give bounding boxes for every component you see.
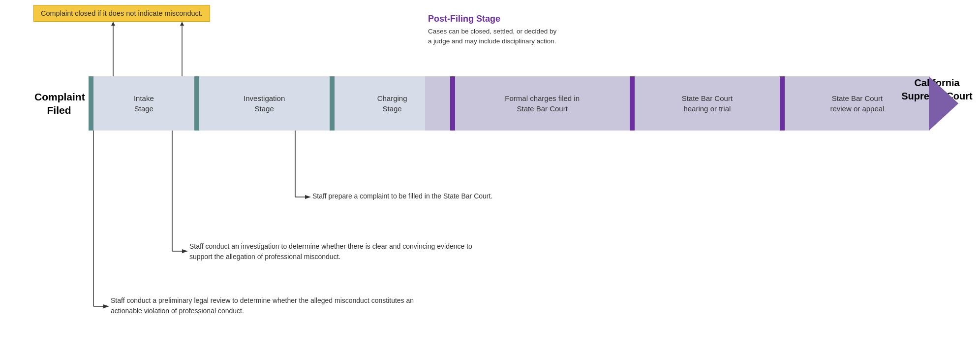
annotation-intake: Staff conduct a preliminary legal review…: [111, 295, 414, 316]
arrow-head: [929, 76, 958, 131]
divider-investigation: [194, 76, 199, 131]
divider-formal: [450, 76, 455, 131]
svg-marker-3: [180, 22, 184, 26]
divider-hearing: [630, 76, 635, 131]
diagram-wrapper: Complaint closed if it does not indicate…: [0, 0, 980, 361]
complaint-filed-label: ComplaintFiled: [34, 90, 84, 117]
stage-review: State Bar Courtreview or appeal: [785, 76, 930, 131]
stage-investigation: InvestigationStage: [199, 76, 330, 131]
divider-review: [780, 76, 785, 131]
stage-formal: Formal charges filed inState Bar Court: [455, 76, 630, 131]
pipeline-container: ComplaintFiled IntakeStage Investigation…: [34, 76, 930, 131]
annotation-investigation: Staff conduct an investigation to determ…: [189, 241, 472, 262]
svg-marker-12: [305, 195, 311, 199]
divider-intake: [89, 76, 93, 131]
divider-charging: [330, 76, 335, 131]
svg-marker-1: [111, 22, 115, 26]
arrow-bar-inner: IntakeStage InvestigationStage ChargingS…: [89, 76, 930, 131]
svg-marker-6: [103, 304, 109, 308]
arrow-bar: IntakeStage InvestigationStage ChargingS…: [89, 76, 930, 131]
annotation-charging: Staff prepare a complaint to be filled i…: [312, 191, 492, 201]
complaint-closed-text: Complaint closed if it does not indicate…: [41, 9, 203, 17]
complaint-closed-box: Complaint closed if it does not indicate…: [33, 5, 210, 22]
stage-hearing: State Bar Courthearing or trial: [635, 76, 780, 131]
stage-charging: ChargingStage: [335, 76, 450, 131]
svg-marker-9: [182, 249, 188, 253]
stage-intake: IntakeStage: [93, 76, 194, 131]
